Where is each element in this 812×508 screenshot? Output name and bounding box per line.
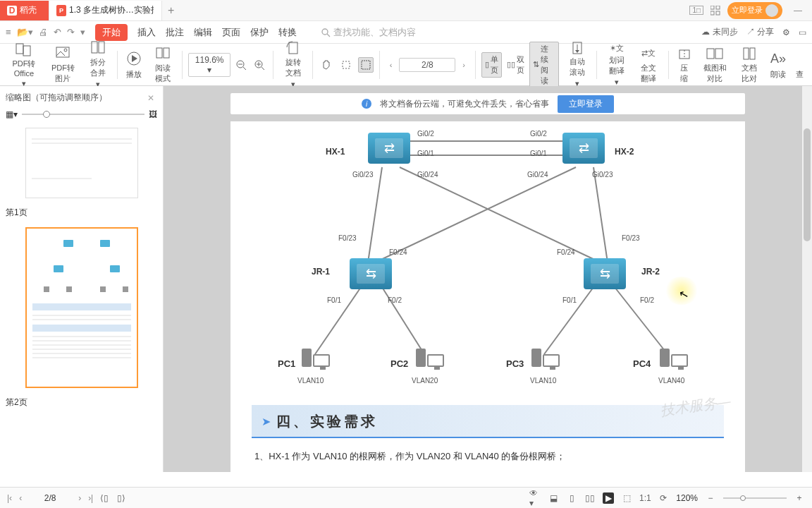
svg-rect-14 — [156, 48, 162, 58]
double-page[interactable]: ▯▯双页 — [503, 52, 528, 78]
fit-page-icon[interactable]: ⬚ — [621, 492, 632, 504]
pdf-to-image[interactable]: PDF转图片 — [47, 46, 80, 84]
svg-rect-6 — [16, 44, 23, 54]
bookmark-prev-icon[interactable]: ⟨▯ — [99, 492, 110, 504]
doc-compare[interactable]: 文档比对 — [736, 46, 763, 84]
zoom-plus-icon[interactable]: + — [794, 492, 805, 504]
share-button[interactable]: ↗ 分享 — [746, 26, 774, 38]
image-view-icon[interactable]: 🖼 — [149, 109, 157, 119]
dropdown-icon[interactable]: ▾ — [80, 27, 85, 37]
svg-marker-13 — [132, 55, 137, 62]
next-page[interactable]: › — [458, 61, 469, 69]
search-box[interactable]: 查找功能、文档内容 — [321, 26, 416, 39]
menu-insert[interactable]: 插入 — [137, 26, 156, 39]
zoom-minus-icon[interactable]: − — [705, 492, 716, 504]
menu-start[interactable]: 开始 — [95, 24, 128, 41]
thumb-size-slider[interactable] — [22, 114, 144, 115]
actual-size-icon[interactable]: 1:1 — [639, 492, 651, 504]
text-to-speech[interactable]: A»朗读 — [768, 46, 789, 84]
collapse-icon[interactable]: ▭ — [799, 28, 806, 37]
banner-text: 将文档备份云端，可避免文件丢失，省心省事 — [380, 98, 549, 110]
document-viewport[interactable]: i 将文档备份云端，可避免文件丢失，省心省事 立即登录 HX-1 — [164, 86, 812, 472]
single-page[interactable]: ▯单页 — [481, 52, 502, 78]
open-icon[interactable]: 📂▾ — [17, 27, 33, 37]
view-mode-icon[interactable]: 👁▾ — [529, 492, 541, 504]
menu-edit[interactable]: 编辑 — [194, 26, 212, 39]
svg-marker-28 — [575, 50, 579, 53]
menu-annotate[interactable]: 批注 — [166, 26, 184, 39]
thumbnail-page-2[interactable] — [25, 227, 138, 388]
prev-page[interactable]: ‹ — [386, 61, 397, 69]
menu-convert[interactable]: 转换 — [278, 26, 297, 39]
svg-rect-32 — [715, 49, 722, 59]
zoom-out-icon[interactable] — [233, 57, 249, 73]
single-page-icon[interactable]: ▯ — [566, 492, 577, 504]
login-label: 立即登录 — [732, 5, 763, 16]
apps-grid-icon[interactable] — [710, 6, 720, 16]
close-panel-icon[interactable]: ✕ — [147, 93, 154, 103]
select-tool-icon[interactable] — [358, 57, 374, 73]
pdf-icon: P — [56, 5, 66, 16]
last-page-icon[interactable]: ›| — [88, 493, 93, 503]
crop-tool-icon[interactable] — [338, 57, 354, 73]
play-button[interactable]: 播放 — [123, 46, 144, 84]
screenshot-compare[interactable]: 截图和对比 — [699, 46, 732, 84]
thumbnail-panel: 缩略图（可拖动调整顺序） ✕ ▦▾ 🖼 第1页 — [0, 86, 164, 472]
first-page-icon[interactable]: |‹ — [7, 493, 12, 503]
next-page-icon[interactable]: › — [78, 493, 81, 503]
document-tab[interactable]: P 1.3 多生成树协…实验指导 — [49, 1, 162, 20]
print-icon[interactable]: 🖨 — [39, 27, 48, 37]
svg-line-40 — [593, 167, 608, 262]
pdf-to-office[interactable]: PDF转Office▾ — [6, 46, 42, 84]
play-slideshow-icon[interactable]: ▶ — [603, 492, 614, 504]
zoom-select[interactable]: 119.6% ▾ — [188, 53, 230, 77]
cloud-sync[interactable]: ☁ 未同步 — [701, 26, 737, 38]
settings-icon[interactable]: ⚙ — [782, 28, 790, 37]
panel-title: 缩略图（可拖动调整顺序） — [6, 92, 107, 104]
svg-rect-0 — [710, 6, 714, 9]
svg-point-9 — [64, 49, 67, 52]
search-icon — [321, 28, 331, 37]
brand-label: 稻壳 — [20, 4, 37, 16]
scrollbar[interactable] — [802, 86, 812, 472]
read-mode[interactable]: 阅读模式 — [149, 46, 176, 84]
split-merge[interactable]: 拆分合并▾ — [84, 46, 111, 84]
svg-line-5 — [327, 34, 330, 37]
zoom-slider[interactable] — [723, 497, 787, 499]
selection-translate[interactable]: ✶文划词翻译▾ — [603, 46, 630, 84]
minimize-button[interactable]: — — [789, 6, 806, 16]
arrow-icon: ➤ — [262, 415, 271, 428]
prev-page-icon[interactable]: ‹ — [19, 493, 22, 503]
grid-view-icon[interactable]: ▦▾ — [6, 109, 18, 119]
svg-rect-23 — [289, 42, 297, 54]
banner-login-button[interactable]: 立即登录 — [558, 95, 614, 113]
fit-width-icon[interactable]: ⬓ — [548, 492, 559, 504]
zoom-in-icon[interactable] — [252, 57, 267, 73]
rotate-doc[interactable]: 旋转文档▾ — [279, 46, 307, 84]
hand-tool-icon[interactable] — [319, 57, 334, 73]
menu-page[interactable]: 页面 — [222, 26, 240, 39]
auto-scroll[interactable]: 自动滚动▾ — [563, 46, 591, 84]
menu-icon[interactable]: ≡ — [6, 27, 11, 37]
continuous-read[interactable]: ⇅连续阅读 — [529, 42, 559, 88]
menu-protect[interactable]: 保护 — [250, 26, 269, 39]
undo-icon[interactable]: ↶ — [54, 27, 61, 37]
multi-window-icon[interactable]: 1□ — [689, 6, 703, 15]
search-placeholder: 查找功能、文档内容 — [333, 26, 416, 39]
compress[interactable]: 压缩 — [675, 46, 694, 84]
full-translate[interactable]: ⇄文全文翻译 — [634, 46, 662, 84]
page-indicator[interactable]: 2/8 — [399, 58, 455, 72]
brand-icon: D — [7, 6, 17, 16]
two-page-icon[interactable]: ▯▯ — [584, 492, 596, 504]
redo-icon[interactable]: ↷ — [67, 27, 75, 37]
home-tab[interactable]: D 稻壳 — [0, 1, 49, 20]
new-tab-button[interactable]: + — [162, 4, 180, 17]
find-tool[interactable]: 查 — [793, 46, 806, 84]
login-button[interactable]: 立即登录 — [727, 2, 782, 19]
svg-rect-31 — [707, 49, 714, 59]
rotate-icon[interactable]: ⟳ — [658, 492, 669, 504]
thumbnail-page-1[interactable] — [25, 128, 138, 198]
bookmark-next-icon[interactable]: ▯⟩ — [116, 492, 127, 504]
page-number[interactable]: 2/8 — [29, 493, 71, 503]
svg-rect-33 — [744, 48, 749, 59]
